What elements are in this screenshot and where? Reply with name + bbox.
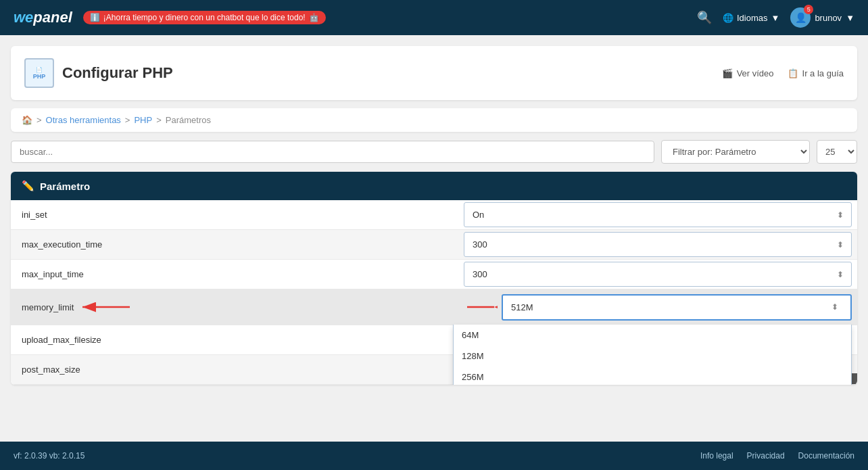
breadcrumb-home[interactable]: 🏠 — [22, 115, 32, 125]
dropdown-option-256m[interactable]: 256M — [454, 367, 851, 385]
max-input-time-select[interactable]: 300 — [464, 262, 852, 287]
param-value-ini-set: On Off ⬍ — [458, 202, 857, 227]
promo-badge: ℹ️ ¡Ahorra tiempo y dinero con un chatbo… — [83, 11, 326, 24]
breadcrumb-sep3: > — [156, 115, 162, 125]
page-title: Configurar PHP — [62, 64, 173, 82]
header-right: 🔍 🌐 Idiomas ▼ 👤 5 brunov ▼ — [697, 7, 854, 28]
page-title-actions: 🎬 Ver vídeo 📋 Ir a la guía — [722, 68, 844, 78]
param-name-upload-max-filesize: upload_max_filesize — [11, 325, 458, 354]
chevron-down-icon: ▼ — [771, 13, 780, 23]
table-header: ✏️ Parámetro — [11, 172, 857, 200]
search-input[interactable] — [11, 141, 654, 163]
footer-link-privacy[interactable]: Privacidad — [747, 451, 785, 461]
notification-badge: 5 — [804, 5, 813, 14]
promo-text: ¡Ahorra tiempo y dinero con un chatbot q… — [103, 13, 306, 22]
footer: vf: 2.0.39 vb: 2.0.15 Info legal Privaci… — [0, 442, 868, 470]
param-row-memory-limit: memory_limit — [11, 289, 857, 325]
footer-link-docs[interactable]: Documentación — [798, 451, 854, 461]
param-name-ini-set: ini_set — [11, 200, 458, 229]
param-name-max-input-time: max_input_time — [11, 260, 458, 289]
top-header: wepanel ℹ️ ¡Ahorra tiempo y dinero con u… — [0, 0, 868, 35]
param-value-memory-limit: 512M ⬍ — [458, 294, 857, 321]
breadcrumb-params: Parámetros — [166, 115, 211, 125]
dropdown-option-64m[interactable]: 64M — [454, 325, 851, 346]
dropdown-option-128m[interactable]: 128M — [454, 346, 851, 367]
breadcrumb-php[interactable]: PHP — [134, 115, 152, 125]
param-row-max-execution-time: max_execution_time 300 ⬍ — [11, 230, 857, 260]
php-icon: 📄 PHP — [24, 58, 54, 88]
memory-limit-label: memory_limit — [22, 302, 74, 312]
max-execution-time-select[interactable]: 300 — [464, 232, 852, 257]
left-arrow-annotation — [79, 299, 133, 315]
page-title-card: 📄 PHP Configurar PHP 🎬 Ver vídeo 📋 Ir a … — [11, 46, 857, 100]
language-selector[interactable]: 🌐 Idiomas ▼ — [723, 13, 779, 23]
rows-wrapper: ini_set On Off ⬍ max_execution_time 300 … — [11, 200, 857, 385]
breadcrumb-sep1: > — [37, 115, 42, 125]
right-arrow-annotation — [464, 299, 498, 315]
edit-icon: ✏️ — [22, 180, 34, 192]
user-name: brunov — [815, 13, 842, 23]
table-header-label: Parámetro — [40, 181, 90, 192]
param-value-max-input-time: 300 ⬍ — [458, 262, 857, 287]
user-chevron-icon: ▼ — [846, 13, 854, 23]
param-row-ini-set: ini_set On Off ⬍ — [11, 200, 857, 230]
guide-link[interactable]: 📋 Ir a la guía — [788, 68, 844, 78]
avatar: 👤 5 — [790, 7, 811, 28]
param-name-memory-limit: memory_limit — [11, 289, 458, 325]
main-wrapper: 📄 PHP Configurar PHP 🎬 Ver vídeo 📋 Ir a … — [0, 35, 868, 442]
video-icon: 🎬 — [722, 68, 733, 78]
search-button[interactable]: 🔍 — [697, 10, 712, 25]
header-left: wepanel ℹ️ ¡Ahorra tiempo y dinero con u… — [14, 9, 326, 26]
count-select[interactable]: 25 — [817, 140, 857, 164]
breadcrumb: 🏠 > Otras herramientas > PHP > Parámetro… — [11, 108, 857, 132]
promo-icon: ℹ️ — [90, 13, 100, 22]
globe-icon: 🌐 — [723, 13, 733, 23]
filter-select[interactable]: Filtrar por: Parámetro — [661, 140, 810, 164]
lang-label: Idiomas — [737, 13, 768, 23]
video-link[interactable]: 🎬 Ver vídeo — [722, 68, 774, 78]
footer-links: Info legal Privacidad Documentación — [700, 451, 854, 461]
param-row-max-input-time: max_input_time 300 ⬍ — [11, 260, 857, 289]
search-icon: 🔍 — [697, 10, 712, 25]
ini-set-select[interactable]: On Off — [464, 202, 852, 227]
footer-version: vf: 2.0.39 vb: 2.0.15 — [14, 451, 85, 461]
promo-emoji: 🤖 — [309, 13, 319, 22]
params-table: ✏️ Parámetro ini_set On Off ⬍ max_execut… — [11, 172, 857, 385]
param-value-max-execution-time: 300 ⬍ — [458, 232, 857, 257]
param-name-post-max-size: post_max_size — [11, 355, 458, 384]
user-menu[interactable]: 👤 5 brunov ▼ — [790, 7, 854, 28]
breadcrumb-sep2: > — [125, 115, 130, 125]
footer-link-legal[interactable]: Info legal — [700, 451, 733, 461]
param-name-max-execution-time: max_execution_time — [11, 230, 458, 259]
logo[interactable]: wepanel — [14, 9, 72, 26]
page-title-left: 📄 PHP Configurar PHP — [24, 58, 173, 88]
guide-icon: 📋 — [788, 68, 798, 78]
breadcrumb-tools[interactable]: Otras herramientas — [46, 115, 121, 125]
memory-limit-select[interactable]: 512M — [502, 294, 852, 321]
memory-limit-dropdown: 64M 128M 256M 512M 1024M 128M — [453, 325, 852, 385]
filter-row: Filtrar por: Parámetro 25 — [11, 140, 857, 164]
